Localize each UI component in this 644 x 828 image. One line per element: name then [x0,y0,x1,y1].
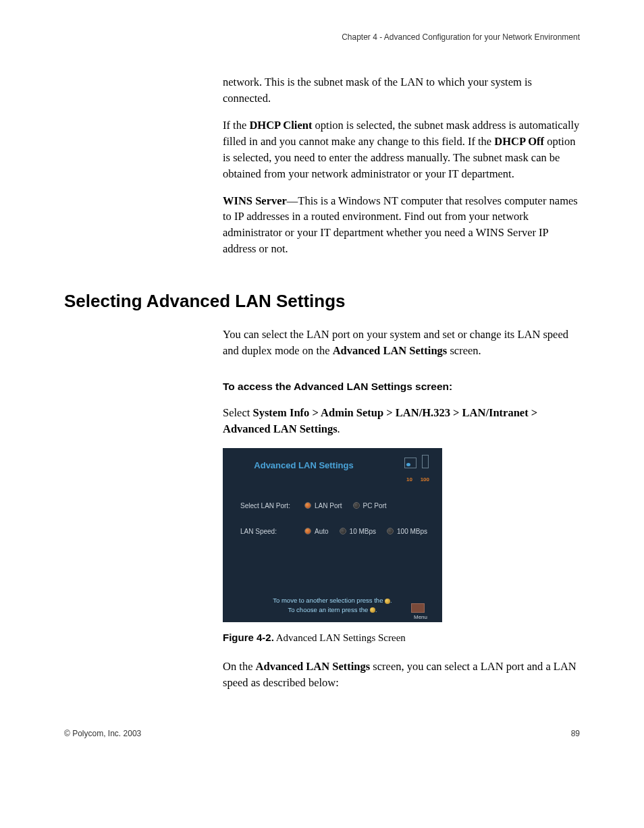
chapter-header: Chapter 4 - Advanced Configuration for y… [64,32,580,42]
speed-100-option: 100 MBps [397,528,427,535]
paragraph-path: Select System Info > Admin Setup > LAN/H… [223,405,580,437]
footer-line2: To choose an item press the [288,606,369,613]
device-icon [404,455,429,468]
auto-option: Auto [315,528,329,535]
bold-dhcp-off: DHCP Off [494,135,544,148]
bold-nav-path: System Info > Admin Setup > LAN/H.323 > … [223,406,537,435]
bold-dhcp-client: DHCP Client [249,119,312,132]
paragraph-wins: WINS Server—This is a Windows NT compute… [223,193,580,258]
page-footer: © Polycom, Inc. 2003 89 [64,729,580,738]
radio-selected-icon [304,528,311,534]
speed-100-label: 100 [421,476,429,482]
bold-advanced-lan-2: Advanced LAN Settings [256,660,371,673]
footer-line1: To move to another selection press the [273,597,385,604]
figure-number: Figure 4-2. [223,632,274,643]
speed-100-radio[interactable]: 100 MBps [387,528,427,535]
auto-radio[interactable]: Auto [304,528,329,535]
menu-label: Menu [414,614,427,620]
bold-advanced-lan: Advanced LAN Settings [333,344,448,357]
page-number: 89 [571,729,580,738]
figure-caption: Figure 4-2. Advanced LAN Settings Screen [223,632,580,644]
radio-icon [353,502,360,509]
pc-port-option: PC Port [363,502,387,509]
text: If the [223,119,249,132]
access-heading: To access the Advanced LAN Settings scre… [223,381,580,393]
copyright: © Polycom, Inc. 2003 [64,729,141,738]
text: screen. [447,344,481,357]
radio-icon [387,528,394,534]
tower-icon [422,455,429,468]
monitor-icon [404,458,417,468]
lan-speed-label: LAN Speed: [240,528,304,535]
pc-port-radio[interactable]: PC Port [353,502,387,509]
nav-ball-icon [385,599,390,604]
text: On the [223,660,256,673]
advanced-lan-settings-screenshot: Advanced LAN Settings 10 100 Select LAN … [223,448,442,622]
section-heading: Selecting Advanced LAN Settings [64,291,580,312]
figure-title: Advanced LAN Settings Screen [274,632,406,643]
paragraph-dhcp: If the DHCP Client option is selected, t… [223,117,580,182]
speed-10-label: 10 [406,476,412,482]
bold-wins-server: WINS Server [223,194,287,207]
select-ball-icon [370,607,375,613]
paragraph-subnet: network. This is the subnet mask of the … [223,74,580,107]
radio-selected-icon [304,502,311,509]
lan-port-radio[interactable]: LAN Port [304,502,342,509]
select-lan-port-row: Select LAN Port: LAN Port PC Port [240,502,398,509]
paragraph-intro: You can select the LAN port on your syst… [223,327,580,359]
paragraph-closing: On the Advanced LAN Settings screen, you… [223,659,580,691]
lan-port-option: LAN Port [315,502,342,509]
speed-10-radio[interactable]: 10 MBps [340,528,376,535]
screenshot-footer: To move to another selection press the .… [223,596,442,614]
menu-icon[interactable] [411,603,425,613]
radio-icon [340,528,346,534]
text: Select [223,406,252,419]
speed-10-option: 10 MBps [350,528,376,535]
text: . [338,422,340,435]
select-lan-port-label: Select LAN Port: [240,502,304,509]
lan-speed-row: LAN Speed: Auto 10 MBps 100 MBps [240,528,438,535]
screenshot-title: Advanced LAN Settings [223,460,385,470]
